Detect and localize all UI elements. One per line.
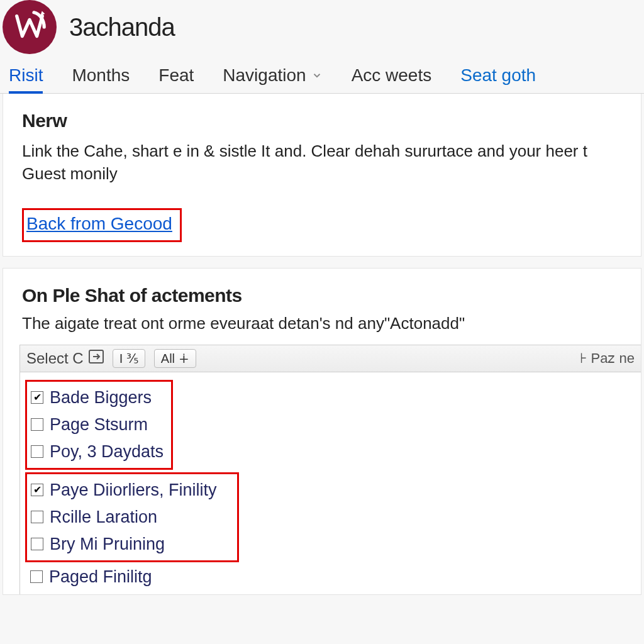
tab-months[interactable]: Months xyxy=(72,65,130,93)
checkbox[interactable] xyxy=(31,511,43,523)
brand-logo xyxy=(3,0,57,54)
list-item[interactable]: Poy, 3 Daydats xyxy=(30,438,165,465)
toolbar-btn-1[interactable]: I ⅗ xyxy=(113,349,145,368)
checkbox[interactable] xyxy=(30,570,43,583)
chevron-down-icon xyxy=(311,65,323,86)
app-title: 3achanda xyxy=(69,13,175,42)
back-from-gecood-link[interactable]: Back from Gecood xyxy=(26,214,172,233)
arrow-right-boxed-icon xyxy=(89,350,104,367)
toolbar-btn-all[interactable]: All ∔ xyxy=(154,349,196,368)
list-item[interactable]: Rcille Laration xyxy=(30,504,231,531)
tab-risit[interactable]: Risit xyxy=(9,65,43,93)
highlight-box-group-2: Paye Diiorliers, Finility Rcille Laratio… xyxy=(25,472,239,562)
checkbox[interactable] xyxy=(31,484,43,496)
tab-feat[interactable]: Feat xyxy=(158,65,194,93)
list-item-label: Paged Finilitg xyxy=(49,567,152,587)
highlight-box-group-1: Bade Biggers Page Stsurm Poy, 3 Daydats xyxy=(25,380,173,470)
select-c-control[interactable]: Select C xyxy=(26,350,104,367)
highlight-box-link: Back from Gecood xyxy=(22,208,182,242)
section-subtext: The aigate treat ont orme eveuraat detan… xyxy=(22,314,641,333)
checkbox[interactable] xyxy=(31,391,43,404)
list-item-label: Bade Biggers xyxy=(50,388,152,408)
checkbox[interactable] xyxy=(31,445,43,458)
checkbox[interactable] xyxy=(31,418,43,431)
list-item[interactable]: Paye Diiorliers, Finility xyxy=(30,477,231,504)
list-item[interactable]: Paged Finilitg xyxy=(25,564,641,591)
notice-heading: Nerw xyxy=(22,110,622,131)
list-item[interactable]: Bade Biggers xyxy=(30,384,165,411)
list-toolbar: Select C I ⅗ All ∔ ⊦ Paᴢ ne xyxy=(19,345,641,372)
list-item-label: Rcille Laration xyxy=(50,508,157,527)
actements-panel: On Ple Shat of actements The aigate trea… xyxy=(3,268,641,595)
pagination-label[interactable]: ⊦ Paᴢ ne xyxy=(580,350,635,367)
tab-seat-goth[interactable]: Seat goth xyxy=(460,65,536,93)
section-heading: On Ple Shat of actements xyxy=(22,285,641,306)
tab-navigation[interactable]: Navigation xyxy=(223,65,322,93)
checkbox[interactable] xyxy=(31,538,43,550)
list-item-label: Bry Mi Pruining xyxy=(50,535,165,554)
checkbox-list: Bade Biggers Page Stsurm Poy, 3 Daydats … xyxy=(19,372,641,594)
list-item-label: Poy, 3 Daydats xyxy=(50,442,164,462)
list-item[interactable]: Bry Mi Pruining xyxy=(30,531,231,558)
primary-tabs: Risit Months Feat Navigation Acc weets S… xyxy=(0,57,644,94)
list-item[interactable]: Page Stsurm xyxy=(30,411,165,438)
tab-acc-weets[interactable]: Acc weets xyxy=(352,65,432,93)
notice-body: Link the Cahe, shart e in & sistle It an… xyxy=(22,140,622,186)
list-item-label: Page Stsurm xyxy=(50,415,148,435)
notice-panel: Nerw Link the Cahe, shart e in & sistle … xyxy=(3,94,641,257)
list-item-label: Paye Diiorliers, Finility xyxy=(50,480,217,500)
